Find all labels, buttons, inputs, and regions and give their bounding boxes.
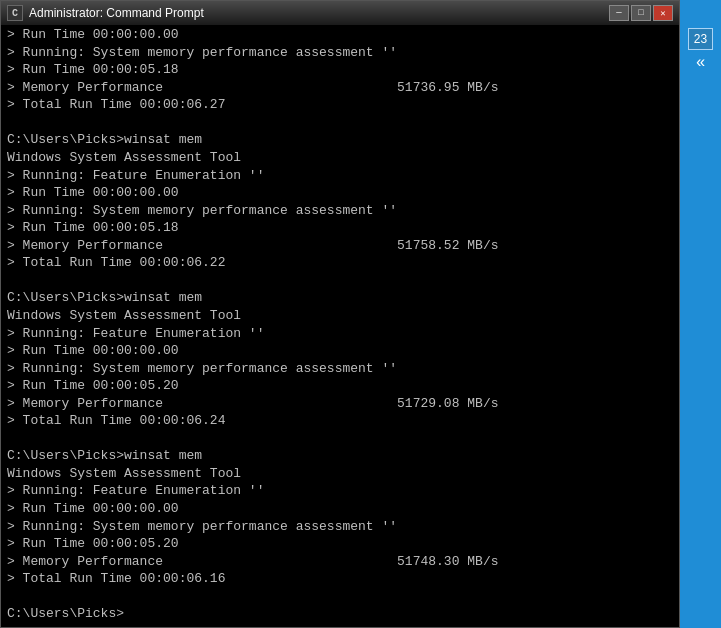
close-button[interactable]: ✕ bbox=[653, 5, 673, 21]
minimize-button[interactable]: ─ bbox=[609, 5, 629, 21]
cmd-window: C Administrator: Command Prompt ─ □ ✕ Mi… bbox=[0, 0, 680, 628]
console-area: Microsoft Windows [Version 6.1.7601] Cop… bbox=[1, 25, 679, 627]
window-icon: C bbox=[7, 5, 23, 21]
right-panel: 23 « bbox=[680, 0, 721, 628]
window-controls: ─ □ ✕ bbox=[609, 5, 673, 21]
window-title: Administrator: Command Prompt bbox=[29, 6, 609, 20]
right-arrow[interactable]: « bbox=[696, 54, 706, 72]
console-output[interactable]: Microsoft Windows [Version 6.1.7601] Cop… bbox=[1, 25, 679, 627]
right-badge[interactable]: 23 bbox=[688, 28, 713, 50]
titlebar: C Administrator: Command Prompt ─ □ ✕ bbox=[1, 1, 679, 25]
maximize-button[interactable]: □ bbox=[631, 5, 651, 21]
